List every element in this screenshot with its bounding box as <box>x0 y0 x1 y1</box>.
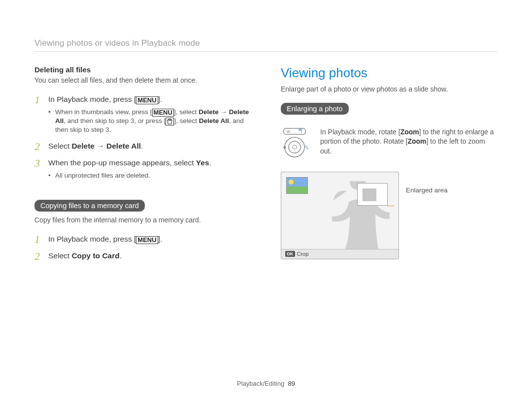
step-text-post: ]. <box>158 95 163 103</box>
t: Delete <box>71 142 95 150</box>
viewing-photos-heading: Viewing photos <box>281 65 498 81</box>
crop-bar: OK Crop <box>281 249 399 259</box>
svg-text:T: T <box>300 130 303 133</box>
t: Copy to Card <box>71 251 119 260</box>
t: In Playback mode, press [ <box>48 235 136 243</box>
deleting-all-files-heading: Deleting all files <box>34 65 251 74</box>
t: ], select <box>174 117 199 124</box>
enlarged-area-box <box>357 183 388 206</box>
arrow-icon: → <box>95 142 106 150</box>
step-3: 3 When the pop-up message appears, selec… <box>34 158 251 181</box>
trash-icon <box>166 118 174 125</box>
t: Select <box>48 251 71 260</box>
footer-section: Playback/Editing <box>237 380 284 387</box>
bullet-dot: • <box>48 171 52 180</box>
svg-point-5 <box>293 145 297 149</box>
t: When the pop-up message appears, select <box>48 158 196 167</box>
t: When in thumbnails view, press [ <box>55 108 152 116</box>
step-2: 2 Select Delete → Delete All. <box>34 141 251 152</box>
t: Select <box>48 142 71 150</box>
copy-step-1: 1 In Playback mode, press [MENU]. <box>34 234 251 245</box>
step-num: 1 <box>34 94 43 136</box>
t: . <box>209 158 211 167</box>
step-num: 2 <box>34 251 43 262</box>
thumbnail <box>286 177 308 194</box>
step-num: 3 <box>34 158 43 181</box>
breadcrumb: Viewing photos or videos in Playback mod… <box>34 38 498 48</box>
step-num: 1 <box>34 234 43 245</box>
page-footer: Playback/Editing 89 <box>0 380 532 387</box>
svg-point-3 <box>285 137 304 157</box>
arrow-icon: → <box>219 108 229 116</box>
t: Delete All <box>106 142 141 150</box>
menu-icon: MENU <box>136 96 158 104</box>
step-num: 2 <box>34 141 43 152</box>
step-1: 1 In Playback mode, press [MENU]. • When… <box>34 94 251 136</box>
divider <box>34 51 498 52</box>
viewing-intro: Enlarge part of a photo or view photos a… <box>281 85 498 94</box>
step-text: In Playback mode, press [ <box>48 95 136 103</box>
menu-icon: MENU <box>152 109 174 117</box>
ok-badge-icon: OK <box>285 251 295 257</box>
t: Zoom <box>407 137 426 145</box>
right-column: Viewing photos Enlarge part of a photo o… <box>281 65 498 268</box>
step1-bullet: When in thumbnails view, press [MENU], s… <box>55 108 251 135</box>
t: ], select <box>174 108 199 116</box>
t: Delete All <box>199 117 229 124</box>
zoom-dial-icon: W T ✿ 🔍 <box>281 127 312 162</box>
enlarging-pill: Enlarging a photo <box>281 103 349 115</box>
t: All unprotected files are deleted. <box>55 171 150 180</box>
footer-page-number: 89 <box>288 380 295 387</box>
left-column: Deleting all files You can select all fi… <box>34 65 251 268</box>
copying-pill: Copying files to a memory card <box>34 200 145 212</box>
enlarged-area-callout: Enlarged area <box>406 186 448 194</box>
t: Delete <box>199 108 219 116</box>
t: In Playback mode, rotate [ <box>320 128 400 136</box>
t: Yes <box>196 158 209 167</box>
t: ]. <box>158 235 163 243</box>
t: , and then skip to step 3, or press [ <box>64 117 166 124</box>
camera-screen: OK Crop <box>281 172 399 259</box>
menu-icon: MENU <box>136 236 158 244</box>
copying-desc: Copy files from the internal memory to a… <box>34 216 251 225</box>
t: . <box>141 142 143 150</box>
zoom-instructions: In Playback mode, rotate [Zoom] to the r… <box>320 127 498 162</box>
t: Zoom <box>400 128 419 136</box>
svg-point-4 <box>289 141 300 153</box>
copy-step-2: 2 Select Copy to Card. <box>34 251 251 262</box>
svg-text:✿: ✿ <box>283 146 286 149</box>
svg-text:W: W <box>287 130 290 133</box>
svg-text:🔍: 🔍 <box>304 145 309 150</box>
crop-label: Crop <box>297 251 309 257</box>
deleting-intro: You can select all files, and then delet… <box>34 76 251 86</box>
bullet-dot: • <box>48 108 52 135</box>
t: . <box>120 251 122 260</box>
